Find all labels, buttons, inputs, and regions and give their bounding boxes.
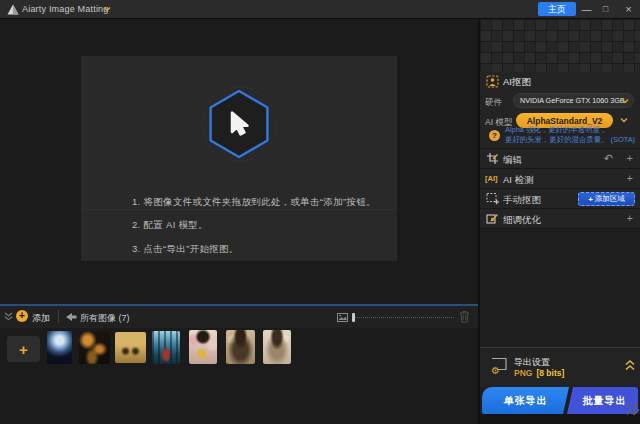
hardware-chevron-down-icon — [621, 99, 629, 104]
export-settings[interactable]: ⚙ 导出设置 PNG[8 bits] — [480, 347, 640, 387]
fine-tune-icon — [486, 212, 499, 225]
app-logo-icon — [7, 4, 19, 15]
all-images-label[interactable]: 所有图像 (7) — [80, 312, 130, 325]
window-resize-grip[interactable] — [627, 404, 639, 415]
thumbnail-jellyfish[interactable] — [47, 331, 72, 364]
section-fine-tune[interactable]: 细调优化 + — [480, 209, 640, 229]
main-canvas: 1. 将图像文件或文件夹拖放到此处，或单击“添加”按钮。 2. 配置 AI 模型… — [0, 19, 478, 304]
right-sidebar: AI抠图 硬件 NVIDIA GeForce GTX 1060 3GB AI 模… — [480, 19, 640, 424]
titlebar: Aiarty Image Matting 主页 — □ × — [0, 0, 640, 19]
section-ai-detect-expand-icon[interactable]: + — [627, 172, 633, 185]
export-format: PNG[8 bits] — [514, 368, 564, 378]
thumbnail-woman-with-bouquet[interactable] — [189, 330, 217, 364]
ai-model-chevron-down-icon[interactable] — [620, 118, 628, 123]
collapse-panel-icon[interactable] — [4, 312, 13, 321]
close-button[interactable]: × — [620, 0, 637, 18]
section-ai-detect-label: AI 检测 — [503, 174, 534, 187]
toolbar-divider — [58, 310, 59, 323]
slider-handle[interactable] — [352, 313, 355, 322]
export-format-value: PNG — [514, 368, 532, 378]
app-menu-chevron-down-icon[interactable] — [103, 7, 111, 12]
back-arrow-icon[interactable] — [66, 313, 77, 321]
delete-image-icon[interactable] — [459, 310, 470, 323]
transparency-preview — [480, 19, 640, 72]
undo-icon[interactable]: ↶ — [604, 151, 613, 165]
thumbnail-size-slider[interactable] — [352, 317, 454, 318]
drop-hexagon-cursor-icon — [194, 79, 284, 169]
section-edit[interactable]: 编辑 ↶ + — [480, 149, 640, 169]
export-bit-depth: [8 bits] — [536, 368, 564, 378]
section-fine-tune-label: 细调优化 — [503, 214, 541, 227]
app-title: Aiarty Image Matting — [22, 4, 109, 14]
add-images-button[interactable]: + — [16, 310, 28, 322]
add-region-label: 添加区域 — [595, 194, 625, 204]
hardware-label: 硬件 — [485, 97, 502, 109]
add-region-plus-icon: + — [588, 195, 593, 204]
hardware-value: NVIDIA GeForce GTX 1060 3GB — [520, 96, 625, 105]
maximize-button[interactable]: □ — [597, 0, 614, 18]
home-button[interactable]: 主页 — [538, 2, 576, 16]
ai-matting-icon — [486, 75, 499, 88]
add-image-tile[interactable]: + — [7, 336, 40, 362]
ai-detect-icon: [AI] — [485, 174, 498, 183]
thumbnail-bicycle[interactable] — [115, 332, 146, 363]
dropzone-seam — [81, 209, 397, 210]
edit-crop-icon — [486, 152, 499, 165]
section-edit-expand-icon[interactable]: + — [627, 152, 633, 165]
add-images-label[interactable]: 添加 — [32, 312, 50, 325]
section-manual-matting-label: 手动抠图 — [503, 194, 541, 207]
sidebar-bottom-strip — [480, 414, 640, 424]
manual-matting-icon — [486, 192, 500, 205]
section-manual-matting[interactable]: 手动抠图 + 添加区域 — [480, 189, 640, 209]
thumbnail-woman-in-forest[interactable] — [152, 331, 180, 364]
thumbnail-size-image-icon — [337, 313, 348, 322]
section-fine-tune-expand-icon[interactable]: + — [627, 212, 633, 225]
bottom-toolbar: + 添加 所有图像 (7) — [0, 304, 478, 328]
section-edit-label: 编辑 — [503, 154, 522, 167]
instruction-step-1: 1. 将图像文件或文件夹拖放到此处，或单击“添加”按钮。 — [132, 196, 376, 209]
instruction-step-2: 2. 配置 AI 模型。 — [132, 219, 208, 232]
hardware-select[interactable]: NVIDIA GeForce GTX 1060 3GB — [513, 93, 634, 108]
thumbnail-strip: + — [0, 328, 478, 424]
model-description-line1: Alpha 强化，更好的半透明度， — [505, 125, 607, 135]
image-dropzone[interactable]: 1. 将图像文件或文件夹拖放到此处，或单击“添加”按钮。 2. 配置 AI 模型… — [81, 56, 397, 261]
thumbnail-koi-fish[interactable] — [79, 331, 110, 364]
single-export-button[interactable]: 单张导出 — [482, 387, 569, 414]
minimize-button[interactable]: — — [578, 0, 595, 18]
model-help-icon[interactable]: ? — [489, 130, 500, 141]
export-gear-icon: ⚙ — [491, 366, 500, 376]
model-description-line2: 更好的头发，更好的混合质量。 (SOTA) — [505, 135, 635, 145]
export-collapse-chevron-up-icon[interactable] — [625, 360, 635, 371]
instruction-step-3: 3. 点击“导出”开始抠图。 — [132, 243, 239, 256]
add-region-button[interactable]: + 添加区域 — [578, 192, 635, 206]
thumbnail-woman-portrait-sepia[interactable] — [226, 330, 255, 364]
ai-matting-section: AI抠图 硬件 NVIDIA GeForce GTX 1060 3GB AI 模… — [480, 72, 640, 149]
thumbnail-woman-portrait-light[interactable] — [263, 330, 291, 364]
aiarty-image-matting-window: { "titlebar": { "app_title": "Aiarty Ima… — [0, 0, 640, 424]
section-ai-detect[interactable]: [AI] AI 检测 + — [480, 169, 640, 189]
ai-matting-title: AI抠图 — [503, 76, 531, 89]
